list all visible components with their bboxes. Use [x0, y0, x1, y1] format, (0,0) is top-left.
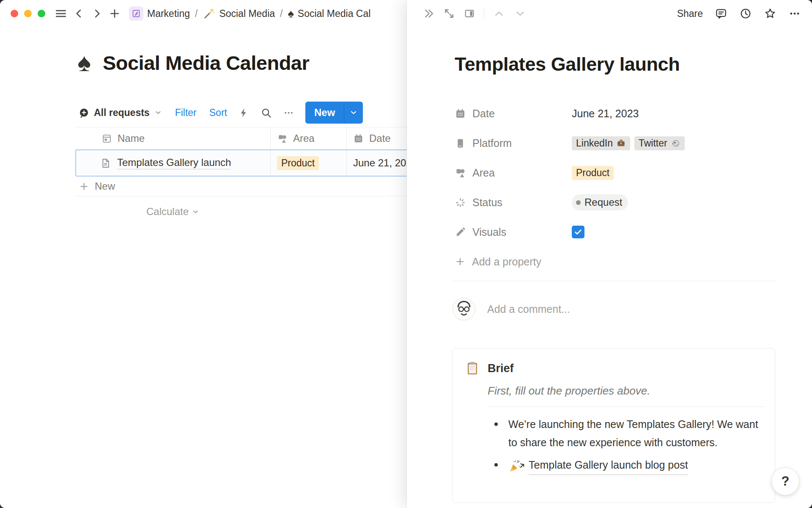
property-label-visuals[interactable]: Visuals	[455, 226, 572, 238]
property-name: Visuals	[472, 226, 506, 238]
requests-view-icon	[78, 107, 90, 119]
magic-wand-icon	[203, 7, 215, 20]
row-title-link[interactable]: Templates Gallery launch	[117, 157, 231, 169]
calculate-control[interactable]: Calculate	[75, 203, 271, 220]
view-selector[interactable]: All requests	[78, 107, 162, 119]
new-page-icon[interactable]	[109, 8, 121, 19]
help-button[interactable]: ?	[771, 467, 799, 495]
comments-icon[interactable]	[715, 7, 727, 20]
search-icon[interactable]	[261, 107, 272, 119]
property-label-platform[interactable]: Platform	[455, 137, 572, 149]
column-label: Area	[293, 133, 315, 144]
title-card-icon	[102, 133, 112, 144]
filter-button[interactable]: Filter	[175, 107, 197, 119]
section-divider	[453, 281, 776, 281]
status-pill: Request	[572, 194, 628, 210]
bullet-item[interactable]: We’re launching the new Templates Galler…	[493, 415, 764, 452]
page-spade-icon[interactable]: ♠	[77, 50, 91, 75]
property-name: Date	[472, 108, 495, 120]
party-popper-icon	[508, 458, 524, 473]
peek-topbar: Share	[407, 0, 812, 27]
property-label-status[interactable]: Status	[455, 196, 572, 209]
sidebar-menu-icon[interactable]	[55, 7, 67, 20]
breadcrumb-label: Social Media Cal	[298, 8, 371, 19]
tag-label: LinkedIn	[576, 138, 613, 149]
property-row-date: Date June 21, 2023	[455, 102, 793, 125]
calendar-icon	[353, 133, 364, 144]
back-icon[interactable]	[73, 8, 85, 19]
comment-composer[interactable]: Add a comment...	[453, 298, 570, 320]
property-name: Area	[472, 167, 495, 179]
property-name: Platform	[472, 137, 512, 149]
column-header-area[interactable]: Area	[271, 127, 347, 149]
side-peek-icon[interactable]	[464, 8, 475, 19]
history-clock-icon[interactable]	[739, 7, 752, 20]
previous-record-icon[interactable]	[493, 7, 505, 20]
view-name: All requests	[94, 107, 150, 119]
area-tag: Product	[572, 166, 614, 180]
column-header-name[interactable]: Name	[75, 127, 271, 149]
briefcase-icon	[616, 138, 626, 148]
breadcrumb-label: Social Media	[219, 8, 275, 19]
platform-tag-linkedin: LinkedIn	[572, 136, 630, 150]
close-window-button[interactable]	[11, 10, 18, 17]
breadcrumb-item-social-media-calendar[interactable]: ♠ Social Media Cal	[288, 8, 370, 19]
property-value-status[interactable]: Request	[572, 194, 628, 210]
add-property-button[interactable]: Add a property	[455, 250, 793, 273]
row-area-cell[interactable]: Product	[271, 150, 347, 176]
property-row-status: Status Request	[455, 190, 793, 214]
zoom-window-button[interactable]	[38, 10, 45, 17]
more-actions-icon[interactable]	[788, 7, 801, 20]
desktop-background: Marketing / Social Media / ♠ Social Medi…	[0, 0, 812, 508]
burst-icon	[455, 197, 466, 208]
row-name-cell[interactable]: Templates Gallery launch	[76, 150, 271, 176]
breadcrumb-separator: /	[279, 8, 283, 19]
breadcrumb-item-social-media[interactable]: Social Media	[203, 7, 275, 20]
peek-page-title[interactable]: Templates Gallery launch	[455, 53, 680, 75]
column-label: Date	[369, 133, 391, 144]
area-tag: Product	[277, 156, 319, 170]
favorite-star-icon[interactable]	[764, 7, 776, 20]
property-value-area[interactable]: Product	[572, 166, 614, 180]
new-button-group: New	[305, 102, 363, 124]
plus-icon	[79, 181, 89, 192]
new-button[interactable]: New	[305, 102, 344, 124]
window-topbar: Marketing / Social Media / ♠ Social Medi…	[11, 0, 370, 27]
more-options-icon[interactable]	[283, 107, 294, 119]
property-row-platform: Platform LinkedIn Twitter	[455, 131, 793, 155]
breadcrumb-item-marketing[interactable]: Marketing	[129, 6, 190, 21]
page-document-icon	[100, 157, 111, 169]
property-value-platform[interactable]: LinkedIn Twitter	[572, 136, 685, 150]
view-toolbar: All requests Filter Sort New	[78, 102, 363, 124]
next-record-icon[interactable]	[514, 7, 527, 20]
lightning-icon[interactable]	[238, 107, 250, 119]
visuals-checkbox[interactable]	[572, 226, 584, 238]
property-row-visuals: Visuals	[455, 220, 793, 244]
page-header: ♠ Social Media Calendar	[77, 50, 309, 75]
chevron-down-icon	[192, 208, 200, 216]
property-label-date[interactable]: Date	[455, 108, 572, 120]
close-peek-icon[interactable]	[423, 8, 435, 19]
plus-icon	[455, 256, 466, 267]
bullet-item[interactable]: Template Gallery launch blog post	[493, 456, 764, 475]
page-mention-link[interactable]: Template Gallery launch blog post	[529, 456, 688, 475]
property-name: Status	[472, 196, 502, 209]
property-list: Date June 21, 2023 Platform LinkedIn	[455, 102, 793, 273]
bullet-text: We’re launching the new Templates Galler…	[508, 418, 758, 448]
property-label-area[interactable]: Area	[455, 167, 572, 179]
new-button-dropdown[interactable]	[344, 102, 363, 124]
clipboard-icon	[464, 360, 480, 376]
brief-note[interactable]: First, fill out the properties above.	[488, 384, 762, 398]
calendar-icon	[455, 108, 466, 119]
property-value-date[interactable]: June 21, 2023	[572, 108, 639, 120]
sort-button[interactable]: Sort	[209, 107, 227, 119]
minimize-window-button[interactable]	[24, 10, 32, 17]
brief-heading[interactable]: Brief	[488, 362, 514, 375]
status-dot-icon	[576, 200, 581, 205]
breadcrumb-separator: /	[194, 8, 198, 19]
share-button[interactable]: Share	[677, 8, 703, 19]
page-title[interactable]: Social Media Calendar	[103, 51, 309, 75]
comment-input[interactable]: Add a comment...	[487, 303, 570, 315]
forward-icon[interactable]	[91, 8, 103, 19]
open-full-page-icon[interactable]	[443, 8, 455, 19]
